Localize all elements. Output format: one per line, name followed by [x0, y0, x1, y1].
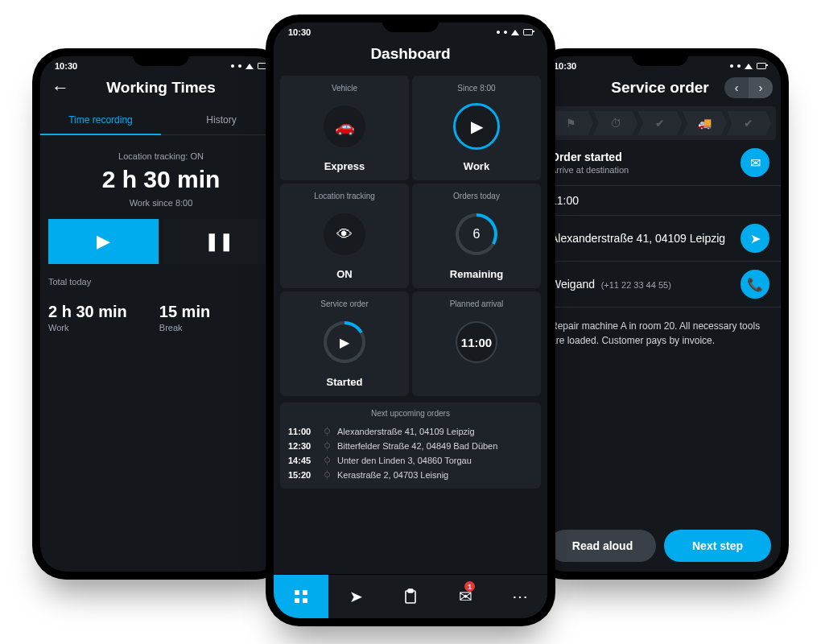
card-vehicle[interactable]: Vehicle 🚗 Express	[280, 76, 409, 180]
tab-time-recording[interactable]: Time recording	[40, 106, 161, 135]
step-truck-icon: 🚚	[683, 111, 727, 135]
nav-orders-button[interactable]	[383, 575, 438, 618]
page-title: Dashboard	[370, 45, 450, 63]
card-label: Location tracking	[314, 192, 375, 200]
status-section: Order started Arrive at destination ✉	[539, 140, 781, 186]
nav-messages-button[interactable]: ✉1	[438, 575, 493, 618]
pause-button[interactable]: ❚❚	[163, 219, 274, 264]
card-label: Vehicle	[332, 84, 357, 93]
svg-rect-5	[408, 589, 413, 592]
nav-more-button[interactable]: ⋯	[493, 575, 547, 618]
progress-stepper: ⚑ ⏱ ✔ 🚚 ✔	[544, 106, 776, 140]
order-status-sub: Arrive at destination	[551, 165, 731, 175]
tracking-status: Location tracking: ON	[48, 151, 274, 161]
service-progress-ring: ▶	[324, 321, 365, 363]
car-icon: 🚗	[324, 105, 365, 147]
navigate-button[interactable]: ➤	[741, 224, 769, 253]
play-button[interactable]: ▶	[48, 219, 159, 264]
elapsed-time: 2 h 30 min	[48, 166, 274, 193]
status-time: 10:30	[288, 27, 311, 37]
card-label: Since 8:00	[457, 84, 495, 93]
order-status-title: Order started	[551, 151, 731, 163]
card-label: Planned arrival	[450, 299, 504, 308]
card-value	[475, 376, 478, 388]
arrival-time: 11:00	[461, 336, 492, 349]
contact-phone: (+11 22 33 44 55)	[601, 280, 671, 290]
upcoming-title: Next upcoming orders	[288, 409, 533, 418]
read-aloud-button[interactable]: Read aloud	[549, 530, 656, 562]
contact-name: Weigand	[551, 278, 595, 291]
work-since: Work since 8:00	[48, 198, 274, 208]
arrival-time: 11:00	[551, 194, 769, 207]
card-service-order[interactable]: Service order ▶ Started	[280, 291, 409, 396]
orders-count: 6	[473, 227, 481, 242]
page-title: Working Times	[106, 79, 216, 97]
nav-dashboard-button[interactable]	[274, 575, 328, 618]
card-value: Work	[464, 160, 489, 172]
status-time: 10:30	[55, 61, 77, 71]
bottom-nav: ➤ ✉1 ⋯	[274, 574, 547, 618]
prev-order-button[interactable]: ‹	[724, 77, 749, 98]
step-check-icon: ✔	[637, 111, 682, 135]
orders-progress-ring: 6	[456, 213, 497, 255]
upcoming-address: Bitterfelder Straße 42, 04849 Bad Düben	[337, 441, 533, 451]
clipboard-play-icon: ▶	[340, 335, 349, 350]
card-value: Remaining	[450, 268, 503, 280]
notch	[382, 14, 439, 32]
work-total: 2 h 30 min	[48, 303, 127, 321]
upcoming-row[interactable]: 14:45 Unter den Linden 3, 04860 Torgau	[288, 453, 533, 468]
upcoming-row[interactable]: 11:00 Alexanderstraße 41, 04109 Leipzig	[288, 424, 533, 439]
notch	[632, 48, 688, 66]
upcoming-row[interactable]: 15:20 Kerastraße 2, 04703 Leisnig	[288, 468, 533, 482]
svg-rect-1	[303, 590, 307, 595]
tabs: Time recording History	[40, 106, 282, 135]
next-order-button[interactable]: ›	[749, 77, 773, 98]
status-time: 10:30	[554, 61, 576, 71]
upcoming-time: 11:00	[288, 427, 317, 436]
address-section: Alexanderstraße 41, 04109 Leipzig ➤	[539, 216, 781, 262]
tab-history[interactable]: History	[161, 106, 282, 134]
upcoming-time: 15:20	[288, 470, 317, 480]
nav-navigate-button[interactable]: ➤	[328, 575, 383, 618]
card-arrival[interactable]: Planned arrival 11:00	[412, 291, 541, 396]
upcoming-time: 12:30	[288, 441, 317, 451]
svg-rect-0	[295, 590, 299, 595]
card-tracking[interactable]: Location tracking 👁 ON	[280, 184, 409, 288]
break-sublabel: Break	[159, 323, 210, 332]
order-address: Alexanderstraße 41, 04109 Leipzig	[551, 232, 731, 245]
phone-service-order: 10:30 Service order ‹ › ⚑ ⏱ ✔ 🚚 ✔ Order …	[531, 48, 789, 580]
next-step-button[interactable]: Next step	[664, 530, 771, 562]
upcoming-address: Alexanderstraße 41, 04109 Leipzig	[337, 427, 533, 436]
back-button[interactable]: ←	[52, 79, 69, 97]
arrival-time-ring: 11:00	[456, 321, 497, 363]
message-badge: 1	[464, 581, 475, 592]
step-flag-icon: ⚑	[549, 111, 593, 135]
card-value: Express	[324, 160, 365, 172]
notch	[133, 48, 189, 66]
step-done-icon: ✔	[727, 111, 771, 135]
break-total: 15 min	[159, 303, 210, 321]
upcoming-address: Kerastraße 2, 04703 Leisnig	[337, 470, 533, 480]
card-value: ON	[336, 268, 353, 280]
card-label: Orders today	[453, 192, 500, 200]
work-sublabel: Work	[48, 323, 127, 332]
phone-dashboard: 10:30 Dashboard Vehicle 🚗 Express Since …	[266, 14, 555, 626]
eye-icon: 👁	[324, 213, 365, 255]
svg-rect-2	[295, 598, 299, 603]
card-orders[interactable]: Orders today 6 Remaining	[412, 184, 541, 288]
upcoming-time: 14:45	[288, 456, 317, 465]
page-title: Service order	[611, 79, 708, 97]
step-stopwatch-icon: ⏱	[593, 111, 637, 135]
play-icon: ▶	[453, 103, 500, 150]
totals-label: Total today	[48, 277, 274, 287]
upcoming-address: Unter den Linden 3, 04860 Torgau	[337, 456, 533, 465]
phone-working-times: 10:30 ← Working Times Time recording His…	[32, 48, 290, 580]
contact-section: Weigand (+11 22 33 44 55) 📞	[539, 262, 781, 308]
card-label: Service order	[320, 299, 368, 308]
call-button[interactable]: 📞	[741, 270, 769, 299]
upcoming-orders: Next upcoming orders 11:00 Alexanderstra…	[280, 402, 541, 489]
card-value: Started	[327, 376, 363, 388]
card-work[interactable]: Since 8:00 ▶ Work	[412, 76, 541, 180]
message-button[interactable]: ✉	[741, 148, 769, 177]
upcoming-row[interactable]: 12:30 Bitterfelder Straße 42, 04849 Bad …	[288, 439, 533, 453]
